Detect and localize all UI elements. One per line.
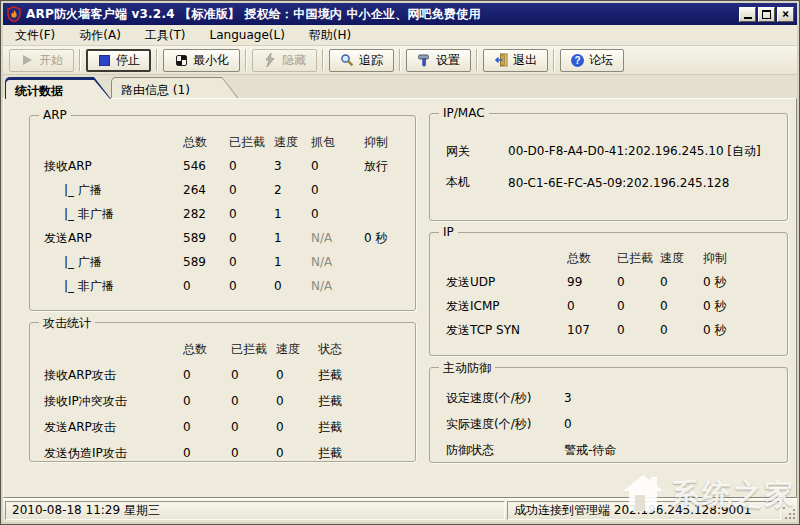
- tab-statistics[interactable]: 统计数据: [5, 77, 111, 99]
- row-label: 接收ARP攻击: [44, 367, 183, 384]
- cell: 0: [183, 394, 231, 408]
- column-header: 已拦截: [617, 250, 660, 267]
- row-label: |_ 非广播: [44, 206, 183, 223]
- cell: 0: [183, 446, 231, 460]
- column-header: 抓包: [311, 134, 364, 151]
- cell: 拦截: [318, 419, 415, 436]
- cell: 0: [311, 183, 364, 197]
- column-header: 速度: [276, 341, 318, 358]
- cell: 0: [231, 394, 276, 408]
- exit-door-icon: [494, 53, 508, 67]
- column-header: 已拦截: [231, 341, 276, 358]
- menu-tools[interactable]: 工具(T): [137, 25, 194, 46]
- ipmac-table: 网关 00-D0-F8-A4-D0-41:202.196.245.10 [自动]…: [430, 114, 787, 198]
- cell: 0: [231, 420, 276, 434]
- tab-statistics-label: 统计数据: [5, 77, 111, 100]
- ip-group-title: IP: [439, 225, 458, 239]
- settings-button-label: 设置: [436, 52, 460, 69]
- column-header: 已拦截: [229, 134, 274, 151]
- exit-button-label: 退出: [513, 52, 537, 69]
- row-label: 发送ARP攻击: [44, 419, 183, 436]
- resize-grip[interactable]: [783, 507, 796, 520]
- local-mac-ip-value: 80-C1-6E-FC-A5-09:202.196.245.128: [508, 176, 787, 190]
- toolbar-separator: [476, 49, 478, 71]
- column-header: 状态: [318, 341, 415, 358]
- cell: 0 秒: [703, 322, 787, 339]
- row-label: 发送UDP: [446, 274, 567, 291]
- row-label: |_ 广播: [44, 254, 183, 271]
- cell: 0: [311, 159, 364, 173]
- column-header: 总数: [567, 250, 617, 267]
- cell: 0: [617, 275, 660, 289]
- cell: 589: [183, 255, 229, 269]
- menu-help[interactable]: 帮助(H): [301, 25, 359, 46]
- toolbar-separator: [322, 49, 324, 71]
- toolbar-separator: [245, 49, 247, 71]
- menu-language[interactable]: Language(L): [202, 26, 293, 44]
- start-button-label: 开始: [39, 52, 63, 69]
- tab-route-info[interactable]: 路由信息 (1): [111, 77, 239, 99]
- minimize-button[interactable]: [739, 7, 756, 22]
- cell: 0: [229, 183, 274, 197]
- cell: 放行: [364, 158, 415, 175]
- settings-button[interactable]: 设置: [406, 49, 471, 72]
- forum-button[interactable]: ? 论坛: [560, 49, 624, 72]
- cell: 2: [274, 183, 311, 197]
- title-bar: ARP防火墙客户端 v3.2.4 【标准版】 授权给：中国境内 中小企业、网吧免…: [3, 3, 797, 25]
- cell: 0: [183, 279, 229, 293]
- menu-file[interactable]: 文件(F): [7, 25, 63, 46]
- cell: 0: [311, 207, 364, 221]
- cell: 拦截: [318, 393, 415, 410]
- cell: N/A: [311, 231, 364, 245]
- maximize-button[interactable]: [758, 7, 775, 22]
- row-label: |_ 非广播: [44, 278, 183, 295]
- close-button[interactable]: ×: [777, 7, 794, 22]
- exit-button[interactable]: 退出: [483, 49, 548, 72]
- cell: 0: [229, 231, 274, 245]
- hammer-icon: [417, 53, 431, 67]
- minimize-icon: [744, 17, 752, 19]
- menu-action[interactable]: 动作(A): [71, 25, 129, 46]
- status-bar: 2010-08-18 11:29 星期三 成功连接到管理端 202.196.24…: [3, 498, 797, 522]
- cell: 0: [276, 368, 318, 382]
- minimize-button-label: 最小化: [193, 52, 229, 69]
- start-button[interactable]: 开始: [9, 49, 74, 72]
- cell: 0: [660, 299, 703, 313]
- minimize-to-tray-button[interactable]: 最小化: [163, 49, 240, 72]
- column-header: 抑制: [364, 134, 415, 151]
- maximize-icon: [762, 10, 771, 19]
- window-controls: ×: [739, 7, 794, 22]
- toolbar-separator: [553, 49, 555, 71]
- trace-button[interactable]: 追踪: [329, 49, 394, 72]
- cell: 107: [567, 323, 617, 337]
- cell: 0: [229, 207, 274, 221]
- gateway-mac-ip-value: 00-D0-F8-A4-D0-41:202.196.245.10 [自动]: [508, 143, 787, 160]
- cell: 0: [617, 323, 660, 337]
- cell: 589: [183, 231, 229, 245]
- toolbar-separator: [156, 49, 158, 71]
- arp-group-title: ARP: [39, 108, 71, 122]
- cell: 0: [231, 446, 276, 460]
- row-label: 接收IP冲突攻击: [44, 393, 183, 410]
- row-label: |_ 广播: [44, 182, 183, 199]
- column-header: 速度: [274, 134, 311, 151]
- stop-button-label: 停止: [116, 52, 140, 69]
- ipmac-group-title: IP/MAC: [439, 106, 489, 120]
- window-title: ARP防火墙客户端 v3.2.4 【标准版】 授权给：中国境内 中小企业、网吧免…: [26, 6, 735, 23]
- hide-button[interactable]: 隐藏: [252, 49, 317, 72]
- arp-groupbox: ARP 总数 已拦截 速度 抓包 抑制 接收ARP 546 0 3 0 放行 |…: [29, 115, 416, 311]
- stop-button[interactable]: 停止: [86, 49, 151, 72]
- status-datetime: 2010-08-18 11:29 星期三: [5, 501, 505, 520]
- ip-groupbox: IP 总数 已拦截 速度 抑制 发送UDP 99 0 0 0 秒 发送ICMP …: [429, 232, 788, 356]
- cell: 0: [617, 299, 660, 313]
- row-label: 接收ARP: [44, 158, 183, 175]
- cell: 0: [660, 323, 703, 337]
- magnifier-icon: [340, 53, 354, 67]
- cell: 0: [231, 368, 276, 382]
- toolbar: 开始 停止 最小化 隐藏 追踪: [3, 46, 797, 75]
- cell: 0: [183, 420, 231, 434]
- row-label: 发送TCP SYN: [446, 322, 567, 339]
- cell: 1: [274, 231, 311, 245]
- active-defense-title: 主动防御: [439, 360, 495, 377]
- cell: 0: [276, 394, 318, 408]
